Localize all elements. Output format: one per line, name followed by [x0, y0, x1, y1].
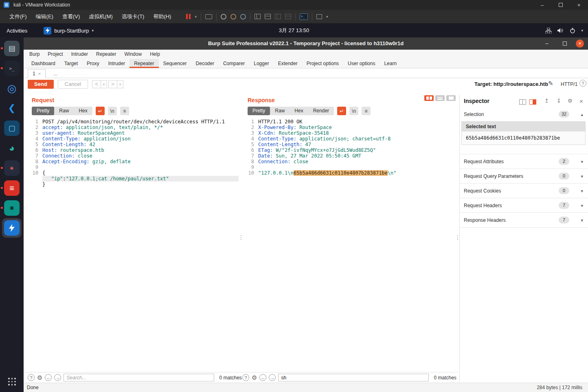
main-tab-project-options[interactable]: Project options: [302, 59, 343, 68]
vmware-menu-item[interactable]: 查看(V): [58, 10, 84, 24]
dock-item-burp-suite[interactable]: [4, 220, 20, 236]
editor-tab-pretty[interactable]: Pretty: [248, 107, 270, 115]
prev-match-button[interactable]: ←: [259, 374, 266, 381]
editor-tab-hex[interactable]: Hex: [290, 107, 308, 115]
editor-tab-hex[interactable]: Hex: [74, 107, 92, 115]
forward-button[interactable]: >: [108, 80, 117, 88]
inspector-section-response-headers[interactable]: Response Headers7▾: [460, 213, 588, 228]
vmware-menu-item[interactable]: 虚拟机(M): [84, 10, 117, 24]
burp-maximize-button[interactable]: [563, 42, 567, 46]
dock-item-vscode[interactable]: ❮: [4, 101, 20, 116]
unity-view-button[interactable]: [285, 14, 291, 19]
show-library-button[interactable]: [255, 14, 261, 19]
dock-item-app-circle[interactable]: ◕: [4, 140, 20, 156]
main-tab-extender[interactable]: Extender: [274, 59, 302, 68]
take-snapshot-button[interactable]: [221, 14, 226, 20]
suspend-dropdown-icon[interactable]: ▾: [195, 15, 197, 19]
dock-item-file-manager[interactable]: ▤: [4, 41, 20, 56]
menu-item-project[interactable]: Project: [44, 50, 67, 59]
chevron-down-icon[interactable]: ▾: [581, 169, 583, 184]
system-tray[interactable]: ▾: [545, 28, 583, 33]
chevron-down-icon[interactable]: ▾: [581, 154, 583, 169]
vmware-minimize-button[interactable]: –: [533, 0, 551, 10]
chevron-up-icon[interactable]: ▴: [581, 108, 583, 120]
next-match-button[interactable]: →: [269, 374, 276, 381]
menu-item-repeater[interactable]: Repeater: [92, 50, 120, 59]
prev-match-button[interactable]: ←: [45, 374, 52, 381]
suspend-button[interactable]: [186, 14, 191, 19]
main-tab-logger[interactable]: Logger: [249, 59, 273, 68]
main-tab-dashboard[interactable]: Dashboard: [27, 59, 60, 68]
layout-columns-button[interactable]: [424, 95, 434, 101]
request-search-input[interactable]: [64, 374, 214, 381]
burp-close-button[interactable]: ×: [576, 39, 584, 48]
edit-target-icon[interactable]: ✎: [548, 80, 553, 87]
inspector-section-request-attributes[interactable]: Request Attributes2▾: [460, 154, 588, 169]
cancel-button[interactable]: Cancel: [58, 80, 88, 89]
inspector-section-request-headers[interactable]: Request Headers7▾: [460, 198, 588, 213]
response-editor[interactable]: 1HTTP/1.1 200 OK2X-Powered-By: RouterSpa…: [244, 119, 458, 371]
layout-rows-button[interactable]: [435, 95, 445, 101]
activities-button[interactable]: Activities: [7, 28, 27, 34]
wrap-toggle-button[interactable]: ↵: [96, 107, 105, 115]
snapshot-manager-button[interactable]: [240, 14, 246, 20]
inspector-close-icon[interactable]: ×: [579, 98, 583, 105]
chevron-down-icon[interactable]: ▾: [581, 198, 583, 213]
doc-tabs-more-button[interactable]: ...: [47, 69, 64, 78]
back-dropdown-icon[interactable]: ▾: [101, 80, 107, 88]
dock-item-terminal[interactable]: >_: [4, 61, 20, 76]
layout-single-button[interactable]: [446, 95, 456, 101]
editor-tab-raw[interactable]: Raw: [54, 107, 74, 115]
menu-item-window[interactable]: Window: [120, 50, 146, 59]
vmware-menu-item[interactable]: 帮助(H): [149, 10, 176, 24]
newline-toggle-button[interactable]: \n: [349, 107, 358, 115]
selection-section[interactable]: Selection 32 ▴: [460, 108, 588, 120]
forward-dropdown-icon[interactable]: ▾: [117, 80, 123, 88]
editor-tab-pretty[interactable]: Pretty: [32, 107, 54, 115]
menu-item-help[interactable]: Help: [146, 50, 164, 59]
doc-tab-close-icon[interactable]: ×: [38, 71, 41, 76]
inspector-expand-top-icon[interactable]: ↥: [544, 98, 549, 104]
back-button[interactable]: <: [92, 80, 101, 88]
editor-menu-button[interactable]: ≡: [362, 107, 371, 115]
dock-item-app-star[interactable]: ✴: [4, 160, 20, 176]
inspector-layout-right-icon[interactable]: [529, 99, 536, 105]
clock-label[interactable]: 3月 27 13:50: [279, 27, 309, 34]
menu-item-intruder[interactable]: Intruder: [67, 50, 92, 59]
main-tab-target[interactable]: Target: [60, 59, 82, 68]
open-terminal-button[interactable]: >_: [300, 13, 308, 20]
response-search-input[interactable]: [278, 374, 429, 381]
inspector-section-request-cookies[interactable]: Request Cookies0▾: [460, 184, 588, 198]
main-tab-repeater[interactable]: Repeater: [129, 59, 158, 68]
chevron-down-icon[interactable]: ▾: [581, 213, 583, 228]
editor-tab-render[interactable]: Render: [308, 107, 334, 115]
dock-item-vmware-workstation[interactable]: ▢: [4, 120, 20, 136]
main-tab-learn[interactable]: Learn: [380, 59, 401, 68]
editor-tab-raw[interactable]: Raw: [270, 107, 290, 115]
chevron-down-icon[interactable]: ▾: [581, 184, 583, 198]
repeater-doc-tab-1[interactable]: 1 ×: [28, 69, 46, 78]
inspector-expand-bottom-icon[interactable]: ↧: [557, 98, 561, 104]
next-match-button[interactable]: →: [54, 374, 61, 381]
dock-item-browser[interactable]: ◎: [4, 81, 20, 96]
vmware-menu-item[interactable]: 文件(F): [5, 10, 31, 24]
vmware-menu-item[interactable]: 编辑(E): [31, 10, 58, 24]
inspector-layout-left-icon[interactable]: [519, 99, 526, 105]
burp-minimize-button[interactable]: –: [541, 37, 553, 50]
main-tab-sequencer[interactable]: Sequencer: [159, 59, 191, 68]
inspector-settings-icon[interactable]: ⚙: [568, 98, 573, 104]
main-tab-decoder[interactable]: Decoder: [191, 59, 219, 68]
dock-item-parallels[interactable]: ≡: [4, 180, 20, 196]
search-settings-icon[interactable]: ⚙: [252, 374, 257, 381]
dock-item-app-teal[interactable]: ■: [4, 200, 20, 216]
request-response-splitter[interactable]: ⋮: [238, 234, 244, 241]
console-view-button[interactable]: [275, 14, 281, 19]
main-tab-comparer[interactable]: Comparer: [219, 59, 249, 68]
main-tab-user-options[interactable]: User options: [343, 59, 380, 68]
editor-menu-button[interactable]: ≡: [120, 107, 129, 115]
revert-snapshot-button[interactable]: [230, 14, 236, 20]
newline-toggle-button[interactable]: \n: [108, 107, 117, 115]
inspector-section-request-query-parameters[interactable]: Request Query Parameters0▾: [460, 169, 588, 184]
search-help-icon[interactable]: ?: [28, 374, 35, 381]
vmware-maximize-button[interactable]: [551, 0, 570, 10]
